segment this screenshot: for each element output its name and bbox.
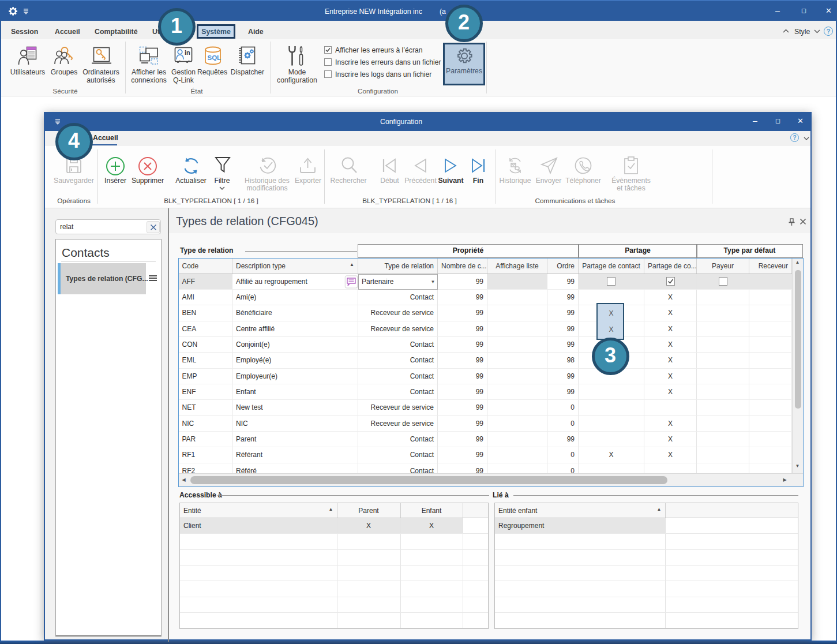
svg-text:SQL: SQL <box>208 54 222 61</box>
svg-text:in: in <box>185 49 190 56</box>
